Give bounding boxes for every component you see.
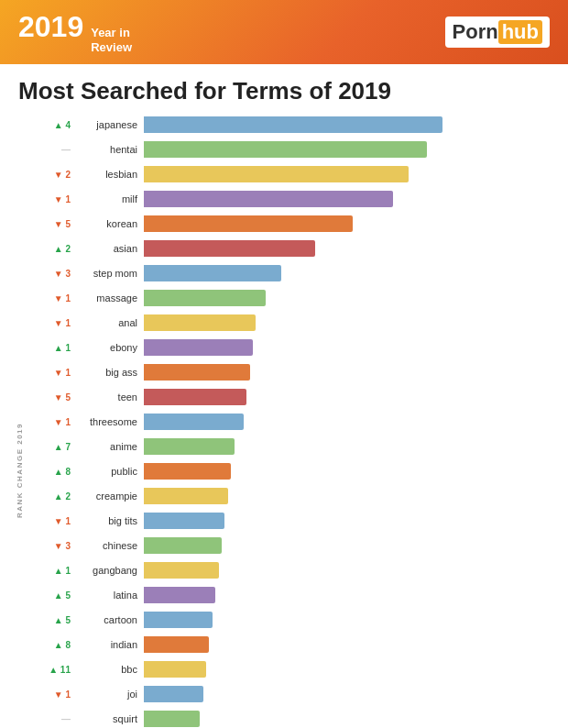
- chart-row: ▲ 4 japanese: [34, 113, 559, 137]
- rank-change: ▼ 1: [34, 293, 74, 303]
- term-label: asian: [74, 243, 144, 254]
- bar-area: [144, 661, 559, 678]
- bar-area: [144, 686, 559, 702]
- bar: [144, 389, 246, 405]
- chart-row: ▼ 3 chinese: [34, 534, 559, 557]
- brand-hub: hub: [498, 20, 542, 44]
- chart-row: — squirt: [34, 707, 559, 728]
- rank-change: ▲ 1: [34, 343, 74, 353]
- rank-change: ▼ 2: [34, 170, 74, 180]
- term-label: indian: [74, 639, 144, 650]
- rank-change: ▼ 1: [34, 516, 74, 526]
- term-label: ebony: [74, 342, 144, 353]
- bar-area: [144, 339, 559, 356]
- rank-change: ▼ 1: [34, 689, 74, 700]
- bar-area: [144, 438, 559, 455]
- bar: [144, 686, 203, 702]
- rank-change: ▼ 1: [34, 194, 74, 204]
- term-label: gangbang: [74, 565, 144, 576]
- term-label: creampie: [74, 491, 144, 502]
- term-label: korean: [74, 218, 144, 229]
- chart-row: ▼ 1 milf: [34, 187, 559, 211]
- chart-row: ▼ 5 teen: [34, 385, 559, 409]
- bar: [144, 265, 281, 281]
- term-label: step mom: [74, 268, 144, 279]
- page-title: Most Searched for Terms of 2019: [0, 64, 568, 113]
- chart-row: ▲ 7 anime: [34, 435, 559, 458]
- bar: [144, 364, 250, 381]
- chart-row: ▲ 2 creampie: [34, 484, 559, 508]
- rank-change: ▲ 4: [34, 120, 74, 130]
- chart-row: ▲ 1 gangbang: [34, 558, 559, 582]
- bar-area: [144, 265, 559, 281]
- rank-axis-label: RANK CHANGE 2019: [16, 423, 24, 518]
- rank-change: ▲ 2: [34, 491, 74, 502]
- rank-change: ▼ 1: [34, 417, 74, 427]
- year-label: 2019: [18, 10, 83, 44]
- term-label: lesbian: [74, 169, 144, 180]
- chart-row: ▼ 1 big tits: [34, 509, 559, 533]
- bar-area: [144, 537, 559, 554]
- chart-row: ▲ 1 ebony: [34, 336, 559, 359]
- chart-row: ▼ 1 big ass: [34, 360, 559, 384]
- term-label: latina: [74, 590, 144, 601]
- term-label: milf: [74, 193, 144, 204]
- bar: [144, 414, 244, 430]
- bar-area: [144, 414, 559, 430]
- rows-wrapper: ▲ 4 japanese — hentai ▼ 2 lesbian: [29, 113, 559, 728]
- bar: [144, 612, 213, 628]
- chart-row: — hentai: [34, 138, 559, 161]
- bar: [144, 636, 209, 653]
- rank-change: ▲ 11: [34, 665, 74, 675]
- chart-row: ▲ 5 cartoon: [34, 608, 559, 632]
- rank-change: —: [34, 714, 74, 724]
- rank-change: ▲ 8: [34, 467, 74, 477]
- term-label: massage: [74, 292, 144, 303]
- bar: [144, 711, 200, 727]
- term-label: anime: [74, 441, 144, 452]
- chart-row: ▼ 5 korean: [34, 212, 559, 236]
- rank-change: ▼ 1: [34, 368, 74, 378]
- bar-area: [144, 215, 559, 232]
- bar-area: [144, 463, 559, 480]
- term-label: big tits: [74, 515, 144, 526]
- header: 2019 Year in Review Porn hub: [0, 0, 568, 64]
- term-label: squirt: [74, 713, 144, 724]
- term-label: japanese: [74, 119, 144, 130]
- bar-area: [144, 711, 559, 727]
- bar: [144, 166, 409, 182]
- bar: [144, 513, 224, 529]
- bar-area: [144, 191, 559, 207]
- bar: [144, 438, 235, 455]
- rank-change: ▼ 1: [34, 318, 74, 328]
- bar: [144, 314, 256, 331]
- rank-change: ▲ 8: [34, 640, 74, 650]
- rank-change: ▼ 3: [34, 541, 74, 551]
- chart-row: ▼ 1 anal: [34, 311, 559, 335]
- brand-porn: Porn: [453, 20, 498, 44]
- bar-area: [144, 612, 559, 628]
- bar-area: [144, 314, 559, 331]
- term-label: threesome: [74, 416, 144, 427]
- term-label: anal: [74, 317, 144, 328]
- bar: [144, 488, 228, 504]
- bar: [144, 587, 215, 603]
- bar: [144, 463, 231, 480]
- bar: [144, 191, 393, 207]
- bar-area: [144, 562, 559, 579]
- term-label: hentai: [74, 144, 144, 155]
- bar-area: [144, 389, 559, 405]
- rank-change: —: [34, 145, 74, 155]
- rank-change: ▼ 5: [34, 219, 74, 229]
- bar-area: [144, 166, 559, 182]
- term-label: joi: [74, 689, 144, 700]
- chart-row: ▼ 1 threesome: [34, 410, 559, 434]
- bar-area: [144, 240, 559, 257]
- chart-row: ▼ 1 joi: [34, 682, 559, 706]
- rank-change: ▲ 5: [34, 615, 74, 625]
- chart-row: ▲ 8 public: [34, 459, 559, 483]
- bar-area: [144, 488, 559, 504]
- bar-area: [144, 587, 559, 603]
- chart-row: ▼ 1 massage: [34, 286, 559, 310]
- chart-row: ▲ 8 indian: [34, 633, 559, 656]
